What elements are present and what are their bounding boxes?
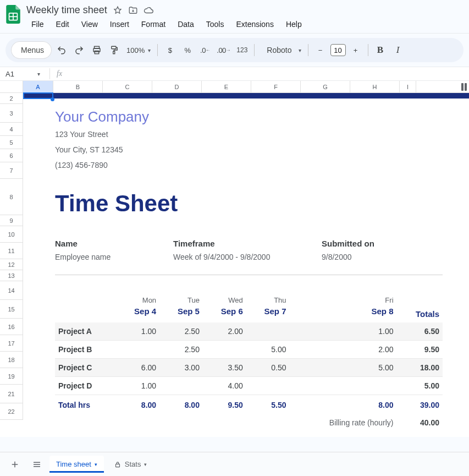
project-name[interactable]: Project B	[55, 341, 116, 359]
column-header[interactable]: G	[301, 81, 350, 92]
total-cell[interactable]: 5.50	[246, 395, 290, 414]
menus-search-button[interactable]: Menus	[11, 41, 52, 59]
redo-button[interactable]	[71, 42, 87, 58]
menu-view[interactable]: View	[76, 18, 103, 31]
hours-cell[interactable]: 6.00	[116, 359, 159, 377]
column-header[interactable]: E	[202, 81, 251, 92]
bold-button[interactable]: B	[373, 42, 388, 58]
font-size-input[interactable]: 10	[330, 44, 346, 56]
total-cell[interactable]: 8.00	[159, 395, 203, 414]
column-header[interactable]: F	[251, 81, 301, 92]
row-header[interactable]: 4	[0, 123, 23, 136]
row-header[interactable]: 15	[0, 300, 23, 319]
row-header[interactable]: 10	[0, 226, 23, 243]
menu-help[interactable]: Help	[281, 18, 307, 31]
cloud-status-icon[interactable]	[144, 6, 153, 15]
column-header[interactable]: A	[23, 81, 53, 92]
totals-header[interactable]: Totals	[397, 305, 443, 322]
hours-cell[interactable]: 5.00	[290, 359, 397, 377]
italic-button[interactable]: I	[390, 42, 406, 58]
hours-cell[interactable]: 1.00	[116, 322, 159, 341]
row-header[interactable]: 18	[0, 352, 23, 368]
day-header[interactable]: Wed	[203, 295, 246, 305]
date-header[interactable]: Sep 7	[246, 305, 290, 322]
label-name[interactable]: Name	[55, 239, 173, 248]
sheet-tab-timesheet[interactable]: Time sheet ▾	[49, 456, 104, 473]
document-title[interactable]: Weekly time sheet	[26, 4, 107, 16]
company-address1[interactable]: 123 Your Street	[55, 128, 443, 141]
label-submitted[interactable]: Submitted on	[322, 239, 443, 248]
row-header[interactable]: 2	[0, 93, 23, 104]
add-sheet-button[interactable]	[5, 455, 24, 474]
font-family-select[interactable]: Roboto	[261, 46, 295, 54]
menu-extensions[interactable]: Extensions	[231, 18, 278, 31]
total-cell[interactable]: 8.00	[290, 395, 397, 414]
zoom-level[interactable]: 100%	[126, 46, 145, 54]
row-header[interactable]: 17	[0, 335, 23, 352]
row-header[interactable]: 6	[0, 149, 23, 162]
undo-button[interactable]	[54, 42, 69, 58]
column-header[interactable]: D	[152, 81, 202, 92]
date-header[interactable]: Sep 8	[290, 305, 397, 322]
paint-format-button[interactable]	[107, 42, 122, 58]
row-header[interactable]: 3	[0, 104, 23, 123]
day-header[interactable]: Fri	[290, 295, 397, 305]
row-header[interactable]: 9	[0, 215, 23, 226]
grand-total-cell[interactable]: 39.00	[397, 395, 443, 414]
formula-input[interactable]	[69, 67, 469, 80]
total-cell[interactable]: 9.50	[203, 395, 246, 414]
page-title[interactable]: Time Sheet	[55, 190, 443, 217]
row-header[interactable]: 7	[0, 162, 23, 179]
hours-cell[interactable]	[159, 377, 203, 395]
hours-cell[interactable]	[246, 322, 290, 341]
column-header[interactable]: H	[350, 81, 400, 92]
row-header[interactable]: 16	[0, 319, 23, 335]
hours-cell[interactable]: 4.00	[203, 377, 246, 395]
hours-cell[interactable]: 2.50	[159, 322, 203, 341]
row-header[interactable]: 5	[0, 136, 23, 149]
hours-cell[interactable]: 3.50	[203, 359, 246, 377]
company-phone[interactable]: (123) 456-7890	[55, 158, 443, 172]
project-name[interactable]: Project A	[55, 322, 116, 341]
name-box-caret-icon[interactable]: ▾	[27, 71, 49, 77]
fill-handle[interactable]	[51, 97, 54, 101]
date-header[interactable]: Sep 5	[159, 305, 203, 322]
zoom-caret-icon[interactable]: ▾	[148, 47, 151, 53]
menu-tools[interactable]: Tools	[201, 18, 229, 31]
sheets-app-icon[interactable]	[4, 3, 22, 25]
date-header[interactable]: Sep 6	[203, 305, 246, 322]
hours-cell[interactable]	[246, 377, 290, 395]
total-hrs-label[interactable]: Total hrs	[55, 395, 116, 414]
menu-insert[interactable]: Insert	[105, 18, 134, 31]
row-header[interactable]: 12	[0, 259, 23, 270]
hours-cell[interactable]	[290, 377, 397, 395]
billing-rate-label[interactable]: Billing rate (hourly)	[290, 414, 397, 431]
row-header[interactable]: 14	[0, 281, 23, 300]
hours-cell[interactable]: 1.00	[290, 322, 397, 341]
day-header[interactable]: Thu	[246, 295, 290, 305]
star-icon[interactable]	[113, 6, 123, 15]
total-cell[interactable]: 8.00	[116, 395, 159, 414]
company-name[interactable]: Your Company	[55, 108, 443, 125]
row-header[interactable]: 19	[0, 368, 23, 385]
hours-cell[interactable]: 2.00	[203, 322, 246, 341]
row-total-cell[interactable]: 5.00	[397, 377, 443, 395]
column-overflow-icon[interactable]	[461, 83, 467, 91]
row-total-cell[interactable]: 9.50	[397, 341, 443, 359]
hours-cell[interactable]	[203, 341, 246, 359]
move-to-folder-icon[interactable]	[128, 6, 138, 15]
tab-caret-icon[interactable]: ▾	[144, 462, 147, 467]
date-header[interactable]: Sep 4	[116, 305, 159, 322]
billing-rate-value[interactable]: 40.00	[397, 414, 443, 431]
label-timeframe[interactable]: Timeframe	[173, 239, 322, 248]
decrease-font-button[interactable]: −	[313, 42, 328, 58]
menu-data[interactable]: Data	[173, 18, 199, 31]
column-header[interactable]: C	[103, 81, 152, 92]
menu-format[interactable]: Format	[136, 18, 170, 31]
hours-cell[interactable]: 2.00	[290, 341, 397, 359]
row-header[interactable]: 8	[0, 179, 23, 215]
row-header[interactable]: 22	[0, 403, 23, 420]
select-all-corner[interactable]	[0, 81, 23, 92]
name-box[interactable]: A1	[0, 70, 27, 78]
increase-decimal-button[interactable]: .00→	[215, 42, 232, 58]
